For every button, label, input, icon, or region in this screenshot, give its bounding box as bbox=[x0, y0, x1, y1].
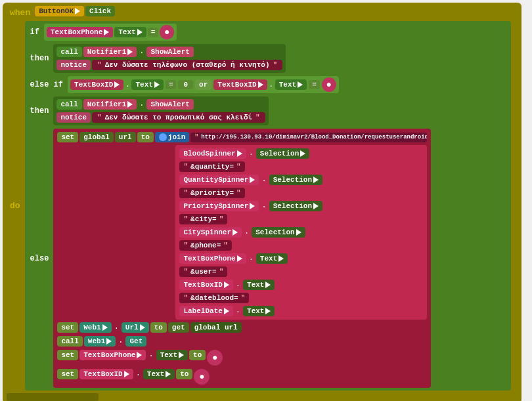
blood-spinner-pill[interactable]: BloodSpinner bbox=[179, 148, 246, 159]
city-param-pill: "&city=" bbox=[179, 214, 227, 224]
dot-sep9: . bbox=[248, 253, 255, 263]
notifier1-pill[interactable]: Notifier1 bbox=[83, 47, 137, 57]
dd-icon bbox=[237, 255, 242, 262]
dd-icon bbox=[258, 81, 263, 88]
textbox-id-set-pill[interactable]: TextBoxID bbox=[79, 369, 133, 379]
empty-dot-pill2: ● bbox=[194, 369, 210, 385]
equals-block: = bbox=[148, 28, 159, 37]
textbox-phone-pill[interactable]: TextBoxPhone bbox=[47, 27, 113, 37]
dot-sep8: . bbox=[243, 227, 250, 236]
priority-param-pill: "&priority=" bbox=[179, 188, 244, 198]
show-alert-pill2[interactable]: ShowAlert bbox=[146, 99, 193, 110]
quote-left2: " bbox=[97, 114, 102, 121]
global-pill[interactable]: global bbox=[79, 132, 114, 142]
main-container: when ButtonOK Click do if TextBoxPhone bbox=[3, 3, 521, 401]
dot-icon4: ● bbox=[199, 371, 204, 382]
set-id-label: set bbox=[57, 369, 78, 379]
web1-get-pill[interactable]: Web1 bbox=[84, 336, 116, 347]
set-phone-text-row: set TextBoxPhone . Text to ● bbox=[57, 350, 427, 366]
global-url-pill[interactable]: global url bbox=[190, 322, 242, 333]
dropdown-icon bbox=[75, 8, 80, 14]
quantity-spinner-pill[interactable]: QuantitySpinner bbox=[179, 175, 259, 185]
dd-icon bbox=[313, 177, 319, 183]
user-param-pill: "&user=" bbox=[179, 266, 227, 277]
blue-dot bbox=[159, 133, 167, 141]
dd-icon bbox=[137, 352, 142, 358]
textbox-phone-set-pill[interactable]: TextBoxPhone bbox=[79, 350, 146, 360]
text-phone-pill[interactable]: Text bbox=[256, 253, 288, 264]
label-date-row: LabelDate . Text bbox=[179, 306, 423, 316]
dot-sep7: . bbox=[260, 201, 267, 210]
textbox-id-pill2[interactable]: TextBoxID bbox=[179, 280, 233, 290]
set-pill: set bbox=[57, 132, 78, 142]
web1-pill[interactable]: Web1 bbox=[79, 322, 111, 333]
dot-sep14: . bbox=[147, 350, 154, 359]
then1-keyword: then bbox=[27, 52, 53, 65]
empty-dot-pill1: ● bbox=[207, 350, 223, 366]
call-web1-label: call bbox=[57, 336, 82, 347]
text-prop-pill[interactable]: Text bbox=[114, 27, 146, 37]
message-pill2: " Δεν δώσατε το προσωπικό σας κλειδί " bbox=[92, 112, 265, 123]
url-name-pill[interactable]: url bbox=[115, 132, 136, 142]
label-date-pill[interactable]: LabelDate bbox=[179, 306, 233, 316]
dot-icon2: ● bbox=[326, 79, 332, 90]
user-param-row: "&user=" bbox=[179, 266, 423, 277]
notice-pill1: notice bbox=[56, 60, 91, 70]
show-alert-pill[interactable]: ShowAlert bbox=[146, 47, 193, 57]
dropdown-arrow bbox=[104, 29, 109, 35]
set-web1-pill: set bbox=[57, 322, 78, 333]
priority-spinner-pill[interactable]: PrioritySpinner bbox=[179, 201, 259, 211]
text-prop2[interactable]: Text bbox=[131, 79, 163, 90]
when-row: when ButtonOK Click bbox=[7, 6, 518, 20]
empty-string-pill: ● bbox=[160, 25, 174, 39]
dot-sep5: . bbox=[248, 148, 255, 158]
join-items-block: BloodSpinner . Selection bbox=[175, 145, 427, 320]
text-date-pill[interactable]: Text bbox=[243, 306, 275, 316]
url-prop-pill[interactable]: Url bbox=[122, 322, 149, 333]
click-pill[interactable]: Click bbox=[85, 6, 115, 16]
text-prop3[interactable]: Text bbox=[275, 79, 307, 90]
dd-icon bbox=[224, 282, 229, 288]
textbox-id-pill[interactable]: TextBoxID bbox=[70, 79, 123, 90]
notice-row1: notice " Δεν δώσατε τηλέφωνο (σταθερό ή … bbox=[56, 60, 282, 70]
dateblood-param-row: "&dateblood=" bbox=[179, 293, 423, 303]
bottom-bar bbox=[7, 393, 99, 401]
dd-icon bbox=[233, 229, 238, 236]
blood-spinner-row: BloodSpinner . Selection bbox=[179, 148, 423, 159]
to-pill: to bbox=[137, 132, 154, 142]
dd-icon bbox=[265, 308, 271, 314]
equals2: = bbox=[166, 80, 177, 89]
set-global-url-row: set global url to joi bbox=[57, 132, 427, 142]
dd-icon bbox=[300, 150, 305, 157]
equals3: = bbox=[309, 80, 320, 89]
do-row: do if TextBoxPhone Text = bbox=[7, 20, 518, 391]
quantity-param-pill: "&quantity=" bbox=[179, 161, 244, 172]
or-pill: or bbox=[195, 79, 211, 90]
text-id-set-pill[interactable]: Text bbox=[143, 369, 175, 379]
city-spinner-pill[interactable]: CitySpinner bbox=[179, 227, 242, 238]
textbox-phone-pill2[interactable]: TextBoxPhone bbox=[179, 253, 246, 264]
textbox-id-row: TextBoxID . Text bbox=[179, 280, 423, 290]
then1-block: call Notifier1 . ShowAlert notice bbox=[53, 44, 286, 73]
textbox-id2-pill[interactable]: TextBoxID bbox=[213, 79, 267, 90]
if-condition-row: if TextBoxPhone Text = ● bbox=[27, 24, 509, 41]
selection3-pill[interactable]: Selection bbox=[269, 201, 322, 211]
selection2-pill[interactable]: Selection bbox=[269, 175, 322, 185]
text-phone-set-pill[interactable]: Text bbox=[156, 350, 188, 360]
text-id-pill[interactable]: Text bbox=[243, 280, 275, 290]
call-web1-row: call Web1 . Get bbox=[57, 336, 427, 347]
selection4-pill[interactable]: Selection bbox=[252, 227, 305, 238]
get-method-pill[interactable]: Get bbox=[125, 336, 146, 347]
dot-sep: . bbox=[138, 47, 145, 56]
dd-icon bbox=[250, 177, 255, 183]
notifier1-pill2[interactable]: Notifier1 bbox=[83, 99, 137, 110]
dd-icon bbox=[278, 255, 284, 262]
button-ok-pill[interactable]: ButtonOK bbox=[35, 6, 84, 16]
dropdown-arrow bbox=[137, 29, 143, 35]
message-pill1: " Δεν δώσατε τηλέφωνο (σταθερό ή κινητό)… bbox=[92, 60, 282, 70]
quantity-param-row: "&quantity=" bbox=[179, 161, 423, 172]
selection1-pill[interactable]: Selection bbox=[256, 148, 309, 159]
join-wrapper: join " http://195.130.93.10/dimimavr2/Bl… bbox=[155, 132, 427, 142]
notice-pill2: notice bbox=[56, 112, 91, 123]
city-spinner-row: CitySpinner . Selection bbox=[179, 227, 423, 238]
